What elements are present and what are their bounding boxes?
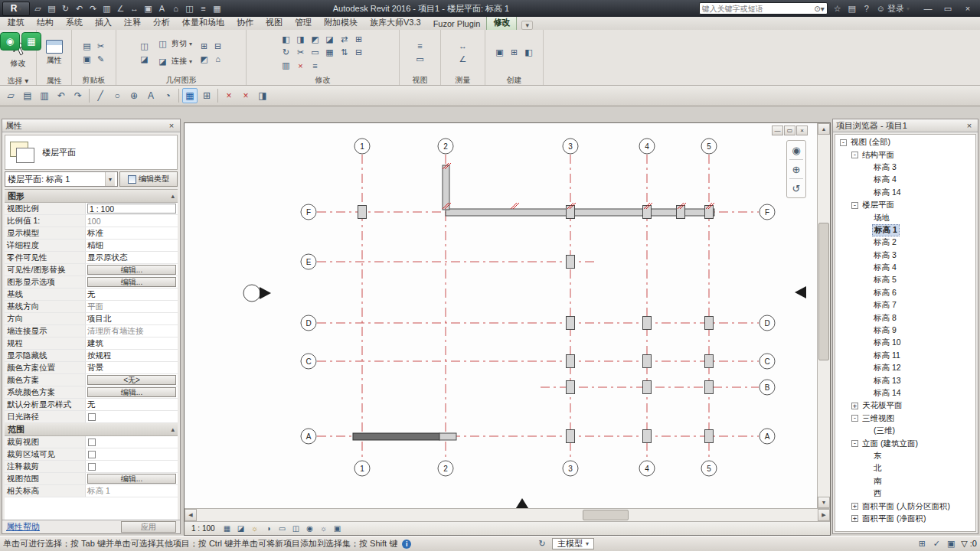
- open-icon[interactable]: ▱: [31, 2, 44, 15]
- expander-minus-icon[interactable]: -: [851, 440, 858, 447]
- column[interactable]: [705, 430, 714, 443]
- pin-icon[interactable]: ⊟: [352, 47, 365, 59]
- scale-icon[interactable]: ⇅: [338, 47, 351, 59]
- tree-item[interactable]: 标高 10: [837, 337, 975, 349]
- checkbox[interactable]: [88, 463, 96, 471]
- aligned-dimension-icon[interactable]: ↔: [128, 2, 141, 15]
- open-icon[interactable]: ▱: [3, 88, 18, 103]
- close-button[interactable]: ×: [958, 2, 978, 15]
- undo-icon[interactable]: ↶: [73, 2, 86, 15]
- mirror-draw-axis-icon[interactable]: ◪: [323, 34, 336, 46]
- property-value[interactable]: 1 : 100: [86, 203, 178, 214]
- view-close-button[interactable]: ×: [796, 126, 808, 135]
- beam-joins-icon[interactable]: ⊟: [211, 40, 224, 52]
- scroll-left-button[interactable]: ◀: [185, 509, 197, 521]
- tree-item[interactable]: 标高 4: [837, 262, 975, 274]
- property-value[interactable]: 无: [86, 399, 178, 410]
- edit-button[interactable]: 编辑...: [87, 277, 176, 287]
- tree-item[interactable]: 北: [837, 462, 975, 474]
- ribbon-tab-2[interactable]: 结构: [31, 16, 60, 30]
- beam-4[interactable]: [439, 433, 456, 440]
- elevation-arrow[interactable]: [260, 287, 271, 299]
- array-icon[interactable]: ▦: [323, 47, 336, 59]
- column[interactable]: [358, 206, 367, 219]
- edit-button[interactable]: <无>: [87, 375, 176, 385]
- angular-dimension-icon[interactable]: ∠: [456, 53, 469, 65]
- property-value[interactable]: [86, 448, 178, 460]
- create-similar-icon[interactable]: ⊞: [508, 47, 521, 59]
- beam-1[interactable]: [446, 209, 714, 216]
- property-value[interactable]: 标高 1: [86, 485, 178, 497]
- column[interactable]: [567, 381, 575, 394]
- checkbox[interactable]: [88, 439, 96, 446]
- ribbon-tab-13[interactable]: Fuzor Plugin: [427, 18, 487, 30]
- workset-selector[interactable]: 主模型 ▾: [552, 538, 594, 549]
- expander-plus-icon[interactable]: +: [851, 503, 858, 510]
- recorder-record-icon[interactable]: ◉: [0, 32, 20, 51]
- thin-lines-icon[interactable]: ≡: [413, 40, 426, 52]
- tree-item[interactable]: 西: [837, 487, 975, 500]
- horizontal-scroll-thumb[interactable]: [583, 510, 629, 520]
- demolish-icon[interactable]: ⌂: [211, 53, 224, 65]
- expander-minus-icon[interactable]: -: [851, 415, 858, 422]
- property-value[interactable]: 显示原状态: [86, 252, 178, 263]
- ribbon-tab-10[interactable]: 管理: [289, 16, 318, 30]
- tree-item[interactable]: 东: [837, 450, 975, 462]
- ribbon-tab-1[interactable]: 建筑: [2, 16, 31, 30]
- tree-item[interactable]: 标高 14: [837, 187, 975, 199]
- property-value[interactable]: 按规程: [86, 350, 178, 361]
- tree-item[interactable]: +面积平面 (净面积): [837, 513, 975, 525]
- tree-item[interactable]: 标高 8: [837, 311, 975, 324]
- cope-icon[interactable]: ◫: [138, 40, 151, 52]
- search-input[interactable]: [702, 5, 815, 13]
- tree-item[interactable]: 标高 13: [837, 374, 975, 386]
- property-value[interactable]: [86, 436, 178, 448]
- ribbon-tab-5[interactable]: 注释: [118, 16, 147, 30]
- shadows-icon[interactable]: ◑: [263, 523, 275, 534]
- property-value[interactable]: 标准: [86, 227, 178, 239]
- column[interactable]: [705, 206, 714, 219]
- communication-center-icon[interactable]: ▤: [846, 4, 858, 14]
- copy-to-clipboard-icon[interactable]: ▣: [80, 53, 93, 65]
- tree-item[interactable]: 标高 2: [837, 236, 975, 249]
- zoom-icon[interactable]: ⊕: [789, 161, 804, 177]
- visual-style-icon[interactable]: ◪: [235, 523, 247, 534]
- selection-filter-count[interactable]: ▽ :0: [961, 539, 977, 549]
- property-value[interactable]: 编辑...: [86, 276, 178, 288]
- legend-component-icon[interactable]: ◧: [522, 47, 535, 59]
- reveal-hidden-elements-icon[interactable]: ☼: [318, 523, 330, 534]
- property-value[interactable]: 编辑...: [86, 473, 178, 484]
- tree-item[interactable]: 标高 6: [837, 287, 975, 299]
- tree-item[interactable]: 标高 5: [837, 274, 975, 286]
- design-options-icon[interactable]: ⊞: [916, 538, 928, 549]
- chevron-down-icon[interactable]: ▾: [821, 5, 825, 13]
- measure-between-refs-icon[interactable]: ↔: [456, 40, 469, 52]
- view-minimize-button[interactable]: —: [772, 126, 783, 135]
- temporary-view-properties-icon[interactable]: ▣: [332, 523, 344, 534]
- properties-help-link[interactable]: 属性帮助: [6, 521, 40, 533]
- ribbon-tab-8[interactable]: 协作: [230, 16, 260, 30]
- minimize-button[interactable]: —: [918, 2, 938, 15]
- chevron-down-icon[interactable]: ▾: [105, 172, 115, 186]
- tree-item[interactable]: (三维): [837, 425, 975, 437]
- close-icon[interactable]: ×: [166, 121, 177, 130]
- ribbon-tab-6[interactable]: 分析: [147, 16, 176, 30]
- column[interactable]: [705, 317, 714, 330]
- view-scale-button[interactable]: 1 : 100: [188, 523, 219, 534]
- close-icon[interactable]: ×: [964, 121, 975, 130]
- vertical-scrollbar[interactable]: ▲ ▼: [817, 123, 830, 508]
- ribbon-tab-7[interactable]: 体量和场地: [176, 16, 230, 30]
- cut-geometry-button[interactable]: ◫ 剪切 ▾: [153, 36, 195, 51]
- search-icon[interactable]: ⊙: [814, 5, 820, 13]
- beam-3[interactable]: [353, 433, 439, 440]
- unjoin-icon[interactable]: ◩: [198, 53, 211, 65]
- elevation-arrow[interactable]: [795, 286, 806, 298]
- edit-button[interactable]: 编辑...: [87, 474, 176, 484]
- panel-toggle-icon[interactable]: ◨: [255, 88, 270, 103]
- ribbon-tab-4[interactable]: 插入: [89, 16, 118, 30]
- thin-lines-icon[interactable]: ≡: [197, 2, 210, 15]
- scroll-right-button[interactable]: ▶: [818, 509, 830, 521]
- tree-item[interactable]: 标高 3: [837, 249, 975, 262]
- schedule-icon[interactable]: ⊞: [199, 88, 214, 103]
- recorder-tools-icon[interactable]: ▦: [21, 32, 41, 51]
